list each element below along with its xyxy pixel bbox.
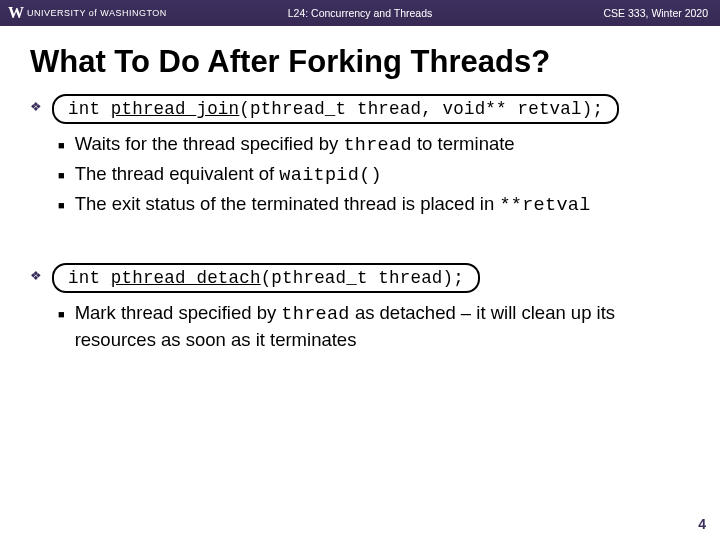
lecture-label: L24: Concurrency and Threads (288, 7, 433, 19)
bullet-join: ❖ int pthread_join(pthread_t thread, voi… (30, 94, 690, 124)
join-sublist: ■ Waits for the thread specified by thre… (58, 132, 690, 219)
diamond-bullet-icon: ❖ (30, 94, 42, 120)
slide-title: What To Do After Forking Threads? (30, 44, 720, 80)
text: The thread equivalent of waitpid() (75, 162, 382, 189)
c: **retval (499, 195, 590, 216)
c: thread (343, 135, 411, 156)
page-number: 4 (698, 516, 706, 532)
uw-w-icon: W (8, 4, 23, 22)
detach-sub-1: ■ Mark thread specified by thread as det… (58, 301, 690, 353)
bullet-detach: ❖ int pthread_detach(pthread_t thread); (30, 263, 690, 293)
c: thread (281, 304, 349, 325)
slide-header: W UNIVERSITY of WASHINGTON L24: Concurre… (0, 0, 720, 26)
slide-body: ❖ int pthread_join(pthread_t thread, voi… (0, 94, 720, 540)
text: The exit status of the terminated thread… (75, 192, 591, 219)
text: Mark thread specified by thread as detac… (75, 301, 690, 353)
code-ret: int (68, 268, 111, 288)
slide: W UNIVERSITY of WASHINGTON L24: Concurre… (0, 0, 720, 540)
t: The thread equivalent of (75, 163, 280, 184)
join-sub-3: ■ The exit status of the terminated thre… (58, 192, 690, 219)
join-sub-1: ■ Waits for the thread specified by thre… (58, 132, 690, 159)
code-fn: pthread_detach (111, 268, 261, 288)
code-pthread-join: int pthread_join(pthread_t thread, void*… (52, 94, 619, 124)
text: Waits for the thread specified by thread… (75, 132, 515, 159)
square-bullet-icon: ■ (58, 162, 65, 188)
join-sub-2: ■ The thread equivalent of waitpid() (58, 162, 690, 189)
code-fn: pthread_join (111, 99, 239, 119)
square-bullet-icon: ■ (58, 301, 65, 327)
t: Waits for the thread specified by (75, 133, 344, 154)
code-pthread-detach: int pthread_detach(pthread_t thread); (52, 263, 480, 293)
code-args: (pthread_t thread); (261, 268, 464, 288)
course-label: CSE 333, Winter 2020 (604, 7, 708, 19)
t: The exit status of the terminated thread… (75, 193, 500, 214)
uw-text: UNIVERSITY of WASHINGTON (27, 8, 167, 18)
code-ret: int (68, 99, 111, 119)
square-bullet-icon: ■ (58, 192, 65, 218)
detach-sublist: ■ Mark thread specified by thread as det… (58, 301, 690, 353)
code-args: (pthread_t thread, void** retval); (239, 99, 603, 119)
c: waitpid() (279, 165, 382, 186)
t: Mark thread specified by (75, 302, 282, 323)
t2: to terminate (412, 133, 515, 154)
uw-logo: W UNIVERSITY of WASHINGTON (8, 4, 167, 22)
square-bullet-icon: ■ (58, 132, 65, 158)
diamond-bullet-icon: ❖ (30, 263, 42, 289)
